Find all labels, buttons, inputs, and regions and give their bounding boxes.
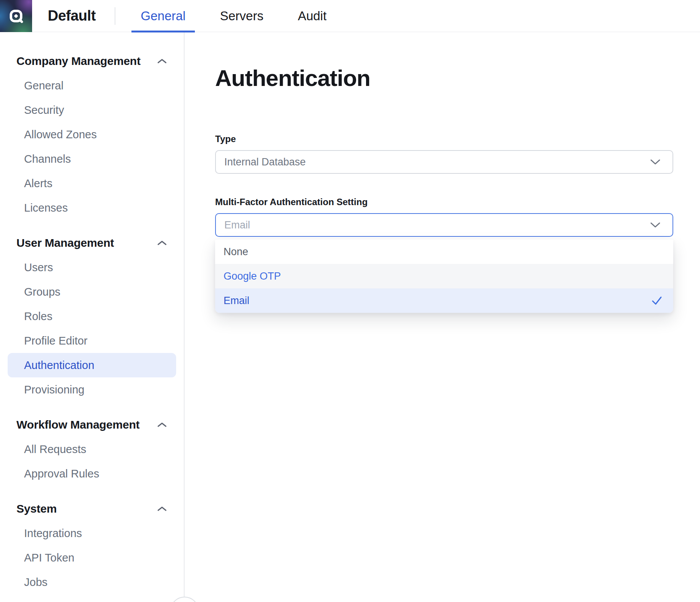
sidebar-item-general[interactable]: General xyxy=(8,73,176,98)
top-bar: Default General Servers Audit xyxy=(0,0,700,32)
sidebar-item-security[interactable]: Security xyxy=(8,98,176,122)
sidebar-item-jobs[interactable]: Jobs xyxy=(8,570,176,594)
sidebar-item-integrations[interactable]: Integrations xyxy=(8,521,176,545)
app-window: Default General Servers Audit Company Ma… xyxy=(0,0,700,602)
sidebar-item-allowed-zones[interactable]: Allowed Zones xyxy=(8,122,176,147)
section-header-company-management[interactable]: Company Management xyxy=(0,49,184,73)
page-title: Authentication xyxy=(215,66,673,91)
mfa-select[interactable]: Email xyxy=(215,213,673,237)
workspace-name: Default xyxy=(48,8,96,24)
section-header-system[interactable]: System xyxy=(0,497,184,521)
chevron-down-icon xyxy=(650,159,661,165)
chevron-down-icon xyxy=(650,222,661,228)
rounded-square-q-logo-icon xyxy=(5,5,27,27)
mfa-dropdown-menu: None Google OTP Email xyxy=(215,240,673,313)
sidebar-item-groups[interactable]: Groups xyxy=(8,280,176,304)
sidebar-item-authentication[interactable]: Authentication xyxy=(8,353,176,377)
dropdown-option-email[interactable]: Email xyxy=(215,288,673,313)
sidebar-item-users[interactable]: Users xyxy=(8,255,176,280)
check-icon xyxy=(651,296,663,305)
chevron-up-icon xyxy=(157,422,167,428)
section-company-management: Company Management General Security Allo… xyxy=(0,49,184,220)
tab-audit[interactable]: Audit xyxy=(288,0,335,32)
sidebar-item-approval-rules[interactable]: Approval Rules xyxy=(8,461,176,486)
sidebar-item-alerts[interactable]: Alerts xyxy=(8,171,176,196)
section-user-management: User Management Users Groups Roles Profi… xyxy=(0,231,184,402)
type-select[interactable]: Internal Database xyxy=(215,150,673,174)
sidebar-item-all-requests[interactable]: All Requests xyxy=(8,437,176,461)
chevron-up-icon xyxy=(157,506,167,512)
main-content: Authentication Type Internal Database Mu… xyxy=(185,32,700,602)
mfa-field-label: Multi-Factor Authentication Setting xyxy=(215,197,673,207)
sidebar-item-profile-editor[interactable]: Profile Editor xyxy=(8,329,176,353)
section-header-workflow-management[interactable]: Workflow Management xyxy=(0,413,184,437)
dropdown-option-google-otp[interactable]: Google OTP xyxy=(215,264,673,288)
mfa-select-placeholder: Email xyxy=(224,219,250,231)
chevron-up-icon xyxy=(157,240,167,246)
tab-servers[interactable]: Servers xyxy=(211,0,273,32)
section-system: System Integrations API Token Jobs xyxy=(0,497,184,594)
section-header-user-management[interactable]: User Management xyxy=(0,231,184,255)
sidebar-item-roles[interactable]: Roles xyxy=(8,304,176,329)
app-logo[interactable] xyxy=(0,0,32,32)
section-workflow-management: Workflow Management All Requests Approva… xyxy=(0,413,184,486)
topbar-divider xyxy=(115,7,115,25)
type-select-value: Internal Database xyxy=(224,156,306,168)
sidebar-item-licenses[interactable]: Licenses xyxy=(8,196,176,220)
settings-sidebar: Company Management General Security Allo… xyxy=(0,32,185,602)
sidebar-item-api-token[interactable]: API Token xyxy=(8,545,176,570)
sidebar-item-channels[interactable]: Channels xyxy=(8,147,176,171)
chevron-up-icon xyxy=(157,58,167,64)
dropdown-option-none[interactable]: None xyxy=(215,240,673,264)
top-tabs: General Servers Audit xyxy=(131,0,335,32)
sidebar-item-provisioning[interactable]: Provisioning xyxy=(8,377,176,402)
tab-general[interactable]: General xyxy=(131,0,194,32)
type-field-label: Type xyxy=(215,134,673,144)
